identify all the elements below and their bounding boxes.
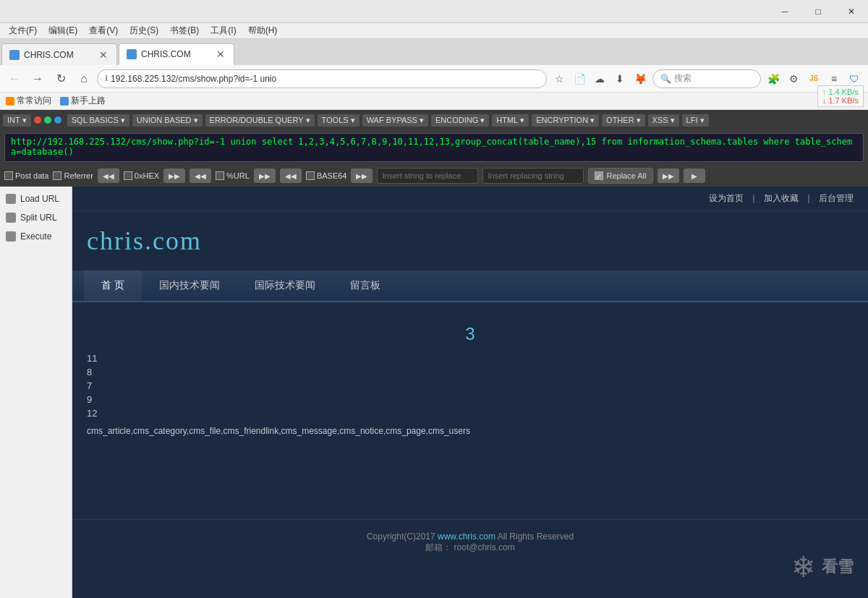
sep2: ｜ (804, 192, 813, 205)
tab-label-1: CHRIS.COM (24, 50, 92, 60)
set-home-link[interactable]: 设为首页 (709, 192, 744, 205)
settings-icon[interactable]: ⚙ (784, 69, 803, 88)
close-button[interactable]: ✕ (835, 0, 868, 23)
tab-label-2: CHRIS.COM (141, 49, 209, 59)
copyright-text: Copyright(C)2017 (367, 531, 435, 542)
reload-button[interactable]: ↻ (51, 69, 71, 89)
sidebar: Load URL Split URL Execute (0, 187, 72, 598)
site-nav-domestic[interactable]: 国内技术要闻 (142, 270, 237, 301)
tab-close-2[interactable]: ✕ (215, 48, 226, 60)
forward-button[interactable]: → (27, 69, 48, 89)
menu-html[interactable]: HTML (492, 114, 529, 127)
site-nav: 首 页 国内技术要闻 国际技术要闻 留言板 (72, 270, 868, 302)
main-area: Load URL Split URL Execute 设为首页 ｜ 加入收藏 ｜ (0, 187, 868, 598)
data-row-5: 12 (87, 406, 854, 420)
arrow-replace-right[interactable]: ▶ (684, 168, 705, 183)
site-nav-guestbook[interactable]: 留言板 (333, 270, 398, 301)
extensions-icon[interactable]: 🧩 (764, 69, 783, 88)
data-row-1: 11 (87, 351, 854, 365)
menu-bookmarks[interactable]: 书签(B) (164, 23, 205, 38)
search-box[interactable]: 🔍 搜索 (652, 69, 761, 88)
checker-hex[interactable] (124, 171, 132, 180)
checkbox-url[interactable]: %URL (216, 171, 250, 180)
arrow-left-url[interactable]: ◀◀ (190, 168, 211, 183)
menu-help[interactable]: 帮助(H) (242, 23, 284, 38)
menu-xss[interactable]: XSS (648, 114, 679, 127)
download-icon[interactable]: ⬇ (610, 69, 629, 88)
menu-sql-basics[interactable]: SQL BASICS (67, 114, 129, 127)
tab-1[interactable]: CHRIS.COM ✕ (1, 43, 117, 65)
maximize-button[interactable]: □ (801, 0, 835, 23)
hackbar-menus: INT ▾ SQL BASICS UNION BASED ERROR/DOUBL… (0, 110, 868, 130)
sidebar-load-url[interactable]: Load URL (0, 189, 72, 208)
menu-edit[interactable]: 编辑(E) (43, 23, 83, 38)
load-url-label: Load URL (20, 194, 59, 204)
reader-icon[interactable]: 📄 (570, 69, 589, 88)
replace-input[interactable] (377, 168, 478, 184)
checker-referrer[interactable] (53, 171, 61, 180)
home-button[interactable]: ⌂ (74, 69, 94, 89)
menu-lfi[interactable]: LFI (682, 114, 709, 127)
arrow-left-b64[interactable]: ◀◀ (280, 168, 302, 183)
checker-url[interactable] (216, 171, 224, 180)
menu-error-double[interactable]: ERROR/DOUBLE QUERY (205, 114, 315, 127)
checker-base64[interactable] (306, 171, 315, 180)
load-url-icon (6, 194, 16, 204)
checkbox-referrer[interactable]: Referrer (53, 171, 93, 180)
menu-encoding[interactable]: ENCODING (431, 114, 489, 127)
sidebar-split-url[interactable]: Split URL (0, 208, 72, 227)
dot-red (34, 116, 41, 124)
menu-waf-bypass[interactable]: WAF BYPASS (362, 114, 428, 127)
menu-view[interactable]: 查看(V) (83, 23, 124, 38)
site-nav-international[interactable]: 国际技术要闻 (237, 270, 333, 301)
checkbox-post[interactable]: Post data (4, 171, 48, 180)
int-selector[interactable]: INT ▾ (3, 114, 31, 127)
checkbox-base64[interactable]: BASE64 (306, 171, 347, 180)
label-post: Post data (15, 171, 48, 180)
menu-union-based[interactable]: UNION BASED (132, 114, 203, 127)
rights-text: All Rights Reserved (498, 531, 574, 542)
menu-tools[interactable]: TOOLS (318, 114, 359, 127)
menu-encryption[interactable]: ENCRYPTION (532, 114, 599, 127)
split-url-icon (6, 213, 16, 223)
status-dots (34, 116, 61, 124)
sync-icon[interactable]: ☁ (590, 69, 609, 88)
admin-link[interactable]: 后台管理 (819, 192, 854, 205)
execute-icon (6, 231, 16, 242)
url-textarea[interactable]: http://192.168.225.132/cms/show.php?id=-… (4, 133, 864, 162)
arrow-left-hex[interactable]: ◀◀ (98, 168, 119, 183)
menu-file[interactable]: 文件(F) (3, 23, 43, 38)
add-bookmark-link[interactable]: 加入收藏 (764, 192, 799, 205)
kanxue-text: 看雪 (822, 556, 854, 578)
tab-close-1[interactable]: ✕ (98, 49, 109, 61)
arrow-right-url[interactable]: ▶▶ (254, 168, 276, 183)
bookmark-newbie[interactable]: 新手上路 (60, 95, 106, 107)
tab-2[interactable]: CHRIS.COM ✕ (119, 43, 234, 65)
menu-tools[interactable]: 工具(I) (205, 23, 242, 38)
arrow-right-b64[interactable]: ▶▶ (351, 168, 373, 183)
table-list: cms_article,cms_category,cms_file,cms_fr… (87, 426, 854, 436)
nav-bar: ← → ↻ ⌂ ℹ 192.168.225.132/cms/show.php?i… (0, 65, 868, 93)
replacing-input[interactable] (482, 168, 584, 184)
sidebar-execute[interactable]: Execute (0, 227, 72, 246)
replace-all-button[interactable]: ✓ Replace All (588, 168, 652, 184)
menu-history[interactable]: 历史(S) (124, 23, 164, 38)
search-placeholder: 搜索 (674, 72, 692, 85)
checkbox-hex[interactable]: 0xHEX (124, 171, 159, 180)
firefox-icon[interactable]: 🦊 (631, 69, 650, 88)
site-nav-home[interactable]: 首 页 (84, 270, 142, 301)
footer-site-link[interactable]: www.chris.com (438, 531, 495, 542)
checker-post[interactable] (4, 171, 13, 180)
nav-icons: ☆ 📄 ☁ ⬇ 🦊 (550, 69, 650, 88)
arrow-replace[interactable]: ▶▶ (658, 168, 679, 183)
checker-replace-all[interactable]: ✓ (595, 171, 603, 180)
minimize-button[interactable]: ─ (768, 0, 801, 23)
star-icon[interactable]: ☆ (550, 69, 569, 88)
int-label: INT (7, 116, 20, 124)
tab-favicon-2 (127, 49, 137, 59)
bookmark-frequent[interactable]: 常常访问 (6, 95, 51, 107)
address-bar[interactable]: ℹ 192.168.225.132/cms/show.php?id=-1 uni… (97, 69, 547, 88)
menu-other[interactable]: OTHER (602, 114, 645, 127)
back-button[interactable]: ← (4, 69, 25, 89)
arrow-right-hex[interactable]: ▶▶ (163, 168, 185, 183)
